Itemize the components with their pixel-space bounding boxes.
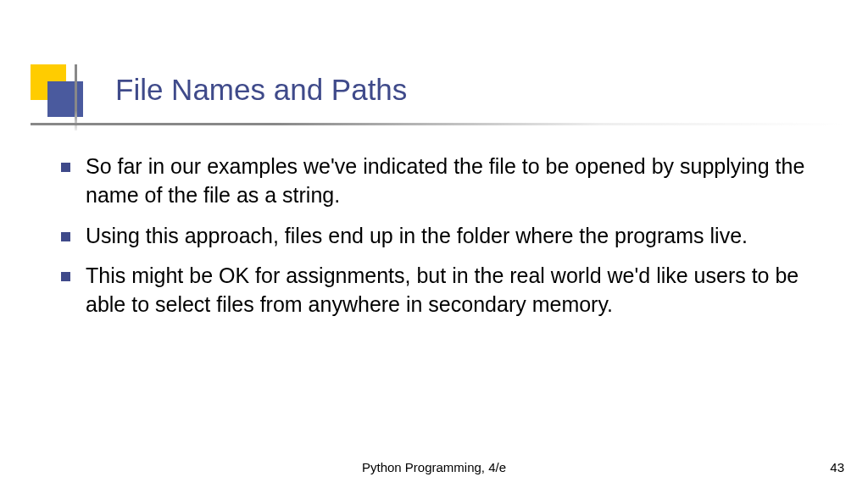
footer-text: Python Programming, 4/e [0, 460, 868, 474]
bullet-text: Using this approach, files end up in the… [86, 222, 748, 251]
bullet-marker-icon [61, 163, 70, 172]
header-decoration [31, 64, 81, 115]
divider-vertical [75, 64, 77, 130]
bullet-text: So far in our examples we've indicated t… [86, 152, 826, 210]
bullet-item: So far in our examples we've indicated t… [61, 152, 826, 210]
bullet-item: Using this approach, files end up in the… [61, 222, 826, 251]
bullet-item: This might be OK for assignments, but in… [61, 262, 826, 319]
slide-content: So far in our examples we've indicated t… [61, 152, 826, 331]
bullet-marker-icon [61, 272, 70, 281]
page-number: 43 [830, 460, 844, 474]
bullet-marker-icon [61, 232, 70, 241]
divider-horizontal [31, 123, 844, 125]
slide-title: File Names and Paths [115, 73, 407, 107]
bullet-text: This might be OK for assignments, but in… [86, 262, 826, 319]
accent-square-blue [47, 81, 83, 117]
